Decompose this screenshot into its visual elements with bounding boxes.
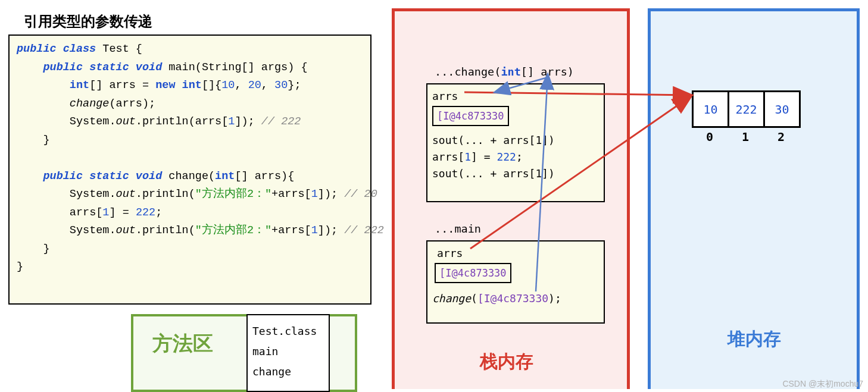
class-file-name: Test.class bbox=[252, 321, 324, 341]
code-text: ]); bbox=[235, 115, 261, 128]
main-address-box: [I@4c873330 bbox=[435, 263, 511, 283]
out-field2: out bbox=[116, 188, 136, 200]
watermark: CSDN @末初mochu7 bbox=[782, 379, 863, 390]
out-field3: out bbox=[116, 224, 136, 237]
call-name: change bbox=[432, 292, 471, 305]
t: 222 bbox=[497, 150, 516, 163]
string-lit1: "方法内部2：" bbox=[195, 188, 271, 200]
t: arrs[ bbox=[432, 150, 464, 163]
heap-array: 10 222 30 bbox=[692, 90, 801, 128]
t: ] = bbox=[471, 150, 497, 163]
code-text: [] arrs = bbox=[89, 79, 155, 92]
heap-idx-0: 0 bbox=[706, 130, 713, 144]
heap-cell-0: 10 bbox=[693, 92, 729, 127]
change-arrs-var: arrs bbox=[432, 90, 458, 102]
heap-cell-2: 30 bbox=[764, 92, 800, 127]
method-area-label: 方法区 bbox=[152, 330, 213, 357]
code-text: ]); bbox=[318, 224, 344, 237]
brace-close2: } bbox=[43, 243, 49, 255]
comment-222: // 222 bbox=[261, 115, 301, 128]
code-text: (arrs); bbox=[109, 98, 155, 110]
code-text: ( bbox=[208, 170, 215, 183]
code-text: System. bbox=[70, 188, 116, 200]
main-arrs-var: arrs bbox=[437, 247, 463, 259]
code-text: .println( bbox=[136, 224, 195, 237]
code-text: , bbox=[261, 79, 274, 92]
frame-title-text2: [] arrs) bbox=[521, 65, 574, 78]
method-main: main bbox=[162, 61, 195, 74]
code-text: .println( bbox=[136, 188, 195, 200]
code-text: arrs[ bbox=[70, 206, 103, 219]
num-30: 30 bbox=[274, 79, 288, 92]
num-1: 1 bbox=[228, 115, 235, 128]
frame-title-int: int bbox=[501, 65, 520, 78]
kw-public-class: public class bbox=[17, 43, 96, 55]
frame-title-text: ...change( bbox=[435, 65, 501, 78]
diagram-title: 引用类型的参数传递 bbox=[24, 12, 152, 31]
comment-20: // 20 bbox=[344, 188, 377, 200]
stack-label: 栈内存 bbox=[480, 350, 533, 374]
code-text: ; bbox=[155, 206, 162, 219]
t: 1 bbox=[464, 150, 471, 163]
call-addr: [I@4c873330 bbox=[477, 292, 548, 305]
change-sout2: sout(... + arrs[1]) bbox=[432, 165, 599, 182]
code-text: }; bbox=[288, 79, 301, 92]
code-text: .println(arrs[ bbox=[136, 115, 228, 128]
method-change: change bbox=[162, 170, 208, 183]
class-method-main: main bbox=[252, 341, 324, 362]
change-assign: arrs[1] = 222; bbox=[432, 149, 599, 165]
code-text: +arrs[ bbox=[271, 188, 311, 200]
stack-change-title: ...change(int[] arrs) bbox=[435, 65, 574, 78]
heap-idx-2: 2 bbox=[778, 130, 785, 144]
brace-close: } bbox=[43, 134, 49, 146]
heap-idx-1: 1 bbox=[742, 130, 749, 144]
code-text: (String[] args) { bbox=[195, 61, 308, 74]
kw-psv2: public static void bbox=[43, 170, 162, 183]
code-text: +arrs[ bbox=[271, 224, 311, 237]
num-20: 20 bbox=[248, 79, 261, 92]
class-file-box: Test.class main change bbox=[246, 314, 330, 392]
main-call-change: change([I@4c873330); bbox=[432, 290, 599, 307]
code-text: Test { bbox=[96, 43, 142, 55]
source-code-box: public class Test { public static void m… bbox=[8, 35, 371, 305]
num-222: 222 bbox=[136, 206, 155, 219]
code-text: , bbox=[235, 79, 248, 92]
code-text: []{ bbox=[202, 79, 221, 92]
kw-psv: public static void bbox=[43, 61, 162, 74]
kw-new-int: new int bbox=[155, 79, 202, 92]
num-1c: 1 bbox=[102, 206, 109, 219]
change-address-box: [I@4c873330 bbox=[432, 106, 509, 126]
num-1d: 1 bbox=[311, 224, 318, 237]
code-text: System. bbox=[70, 224, 116, 237]
t: ); bbox=[548, 292, 561, 305]
stack-frame-change: arrs [I@4c873330 sout(... + arrs[1]) arr… bbox=[426, 83, 605, 202]
code-text: ]); bbox=[318, 188, 344, 200]
class-method-change: change bbox=[252, 362, 324, 382]
string-lit2: "方法内部2：" bbox=[195, 224, 271, 237]
num-1b: 1 bbox=[311, 188, 318, 200]
t: ; bbox=[516, 150, 523, 163]
code-text: [] arrs){ bbox=[235, 170, 294, 183]
out-field: out bbox=[116, 115, 136, 128]
kw-int: int bbox=[70, 79, 89, 92]
code-text: ] = bbox=[109, 206, 135, 219]
stack-main-title: ...main bbox=[435, 222, 481, 235]
heap-cell-1: 222 bbox=[729, 92, 764, 127]
num-10: 10 bbox=[221, 79, 235, 92]
call-change: change bbox=[70, 98, 110, 110]
t: ( bbox=[471, 292, 477, 305]
code-text: System. bbox=[70, 115, 116, 128]
change-sout1: sout(... + arrs[1]) bbox=[432, 132, 599, 149]
comment-222b: // 222 bbox=[344, 224, 384, 237]
stack-frame-main: arrs [I@4c873330 change([I@4c873330); bbox=[426, 240, 605, 324]
brace-close3: } bbox=[17, 261, 23, 273]
heap-label: 堆内存 bbox=[728, 327, 781, 352]
kw-int2: int bbox=[215, 170, 235, 183]
